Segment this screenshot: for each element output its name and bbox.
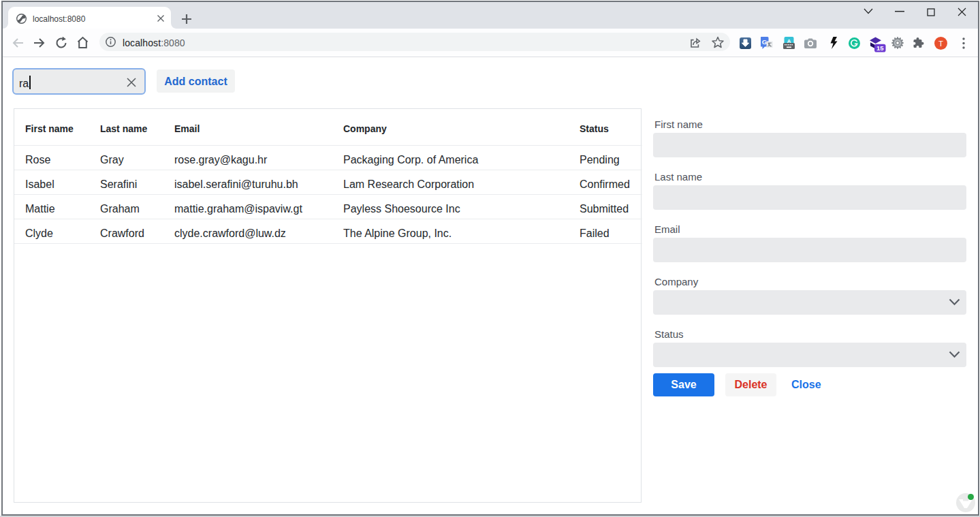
svg-text:T: T xyxy=(938,40,943,48)
svg-text:15: 15 xyxy=(876,44,884,52)
svg-text:G: G xyxy=(762,38,767,46)
